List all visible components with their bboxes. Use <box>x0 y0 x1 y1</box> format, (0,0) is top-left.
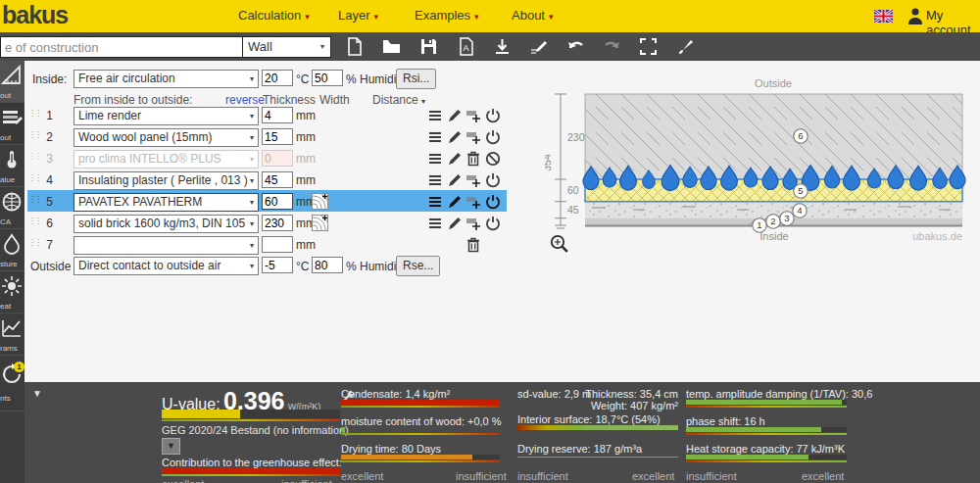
inside-temperature-input[interactable] <box>262 70 293 86</box>
chart-line-icon <box>1 317 23 339</box>
caret-down-icon: ▾ <box>421 97 425 106</box>
row-edit-icon[interactable] <box>447 151 463 167</box>
add-layer-icon[interactable] <box>466 129 481 145</box>
uk-flag-icon[interactable] <box>874 10 893 23</box>
new-file-icon[interactable] <box>345 37 364 56</box>
outside-humidity-input[interactable] <box>312 257 343 273</box>
material-select[interactable]: PAVATEX PAVATHERM▾ <box>74 193 259 212</box>
open-folder-icon[interactable] <box>382 37 401 56</box>
brush-icon[interactable] <box>676 37 695 56</box>
unit-label: mm <box>296 130 316 144</box>
sidebar-item-layout[interactable]: out <box>0 61 24 103</box>
row-menu-icon[interactable] <box>427 108 443 123</box>
thickness-input[interactable] <box>262 150 293 167</box>
save-icon[interactable] <box>419 37 438 56</box>
row-edit-icon[interactable] <box>447 108 463 123</box>
drying-time-scale <box>341 460 500 462</box>
interior-surface-label: Interior surface: 18,7°C (54%) <box>517 413 661 425</box>
thickness-input[interactable] <box>262 171 293 188</box>
undo-icon[interactable] <box>566 37 585 56</box>
heat-capacity-bar <box>686 455 847 459</box>
thickness-total-label: Thickness: 35,4 cm <box>585 388 678 400</box>
drying-time-bar <box>341 455 500 459</box>
row-edit-icon[interactable] <box>447 129 463 145</box>
download-icon[interactable] <box>493 37 512 56</box>
material-select[interactable]: Lime render▾ <box>74 107 259 125</box>
add-layer-icon[interactable] <box>466 216 481 231</box>
row-edit-icon[interactable] <box>447 172 463 188</box>
construction-type-select[interactable]: Wall▾ <box>242 36 331 58</box>
dim-insulation: 60 <box>567 184 579 196</box>
row-edit-icon[interactable] <box>447 216 463 231</box>
toolbar: Wall▾ A <box>0 32 980 61</box>
reverse-link[interactable]: reverse <box>225 93 265 107</box>
material-select[interactable]: Insulating plaster ( Perlite , 013 )▾ <box>74 171 259 190</box>
material-select[interactable]: ▾ <box>74 236 259 255</box>
row-menu-icon[interactable] <box>427 129 443 145</box>
material-select[interactable]: pro clima INTELLO® PLUS▾ <box>74 150 259 169</box>
rse-button[interactable]: Rse... <box>396 256 440 276</box>
power-toggle-icon[interactable] <box>485 194 501 210</box>
standard-dropdown-button[interactable]: ▼ <box>162 438 180 455</box>
add-layer-icon[interactable] <box>466 172 481 188</box>
row-menu-icon[interactable] <box>427 172 443 188</box>
construction-name-input[interactable] <box>0 36 243 58</box>
caret-down-icon: ▾ <box>305 12 310 22</box>
outside-temperature-input[interactable] <box>262 257 293 273</box>
row-edit-icon[interactable] <box>447 194 463 210</box>
material-select[interactable]: Wood wool panel (15mm)▾ <box>74 128 259 147</box>
thickness-input[interactable] <box>262 215 293 231</box>
zoom-diagram-icon[interactable] <box>552 236 567 252</box>
menu-calculation[interactable]: Calculation▾ <box>238 8 310 23</box>
edit-icon[interactable] <box>529 37 548 56</box>
layer-section-icon[interactable] <box>312 193 328 210</box>
power-toggle-icon[interactable] <box>485 216 501 231</box>
phase-shift-label: phase shift: 16 h <box>686 415 765 427</box>
dim-brick: 230 <box>567 131 585 143</box>
sidebar-item-diagrams[interactable]: rams <box>0 314 24 356</box>
amplitude-damping-label: temp. amplitude damping (1/TAV): 30,6 <box>686 388 872 400</box>
power-toggle-icon[interactable] <box>485 129 501 145</box>
scale-right-label: excellent <box>632 470 674 482</box>
caret-down-icon: ▾ <box>250 258 254 274</box>
dimension-ruler <box>555 94 566 228</box>
inside-humidity-input[interactable] <box>312 70 343 86</box>
layer-section-icon[interactable] <box>312 215 328 231</box>
inside-condition-select[interactable]: Free air circulation▾ <box>74 70 259 88</box>
thickness-input[interactable] <box>262 193 293 210</box>
thickness-input[interactable] <box>262 128 293 145</box>
add-layer-icon[interactable] <box>466 194 481 210</box>
drying-time-label: Drying time: 80 Days <box>341 443 441 455</box>
power-toggle-icon[interactable] <box>485 108 501 123</box>
material-select[interactable]: solid brick 1600 kg/m3, DIN 105▾ <box>74 215 259 233</box>
disabled-icon[interactable] <box>485 151 501 167</box>
menu-examples[interactable]: Examples▾ <box>415 8 479 23</box>
thickness-input[interactable] <box>262 107 293 123</box>
outside-condition-select[interactable]: Direct contact to outside air▾ <box>74 257 259 275</box>
redo-icon[interactable] <box>603 37 621 56</box>
sidebar-item-components[interactable]: 1 nts <box>0 356 24 411</box>
menu-about[interactable]: About▾ <box>512 8 554 23</box>
power-toggle-icon[interactable] <box>485 172 501 188</box>
row-menu-icon[interactable] <box>427 216 443 231</box>
pdf-export-icon[interactable]: A <box>457 37 475 56</box>
delete-layer-icon[interactable] <box>466 151 481 167</box>
caret-down-icon: ▾ <box>250 216 254 232</box>
row-menu-icon[interactable] <box>427 151 443 167</box>
caret-down-icon: ▾ <box>374 12 379 22</box>
phase-shift-scale <box>686 433 847 435</box>
add-layer-icon[interactable] <box>466 108 481 123</box>
distance-header[interactable]: Distance ▾ <box>372 93 425 107</box>
thickness-input[interactable] <box>262 236 293 253</box>
scale-left-label: insufficient <box>686 470 737 482</box>
drying-reserve-bar <box>517 457 678 458</box>
fullscreen-icon[interactable] <box>639 37 658 56</box>
row-menu-icon[interactable] <box>427 194 443 210</box>
delete-layer-icon[interactable] <box>466 237 481 253</box>
menu-layer[interactable]: Layer▾ <box>338 8 378 23</box>
sidebar-item-heat[interactable]: eat <box>0 271 24 314</box>
rsi-button[interactable]: Rsi... <box>396 69 436 89</box>
layer-brick[interactable] <box>585 94 962 179</box>
layer-number: 2 <box>37 130 53 144</box>
collapse-panel-icon[interactable]: ▼ <box>32 388 42 399</box>
